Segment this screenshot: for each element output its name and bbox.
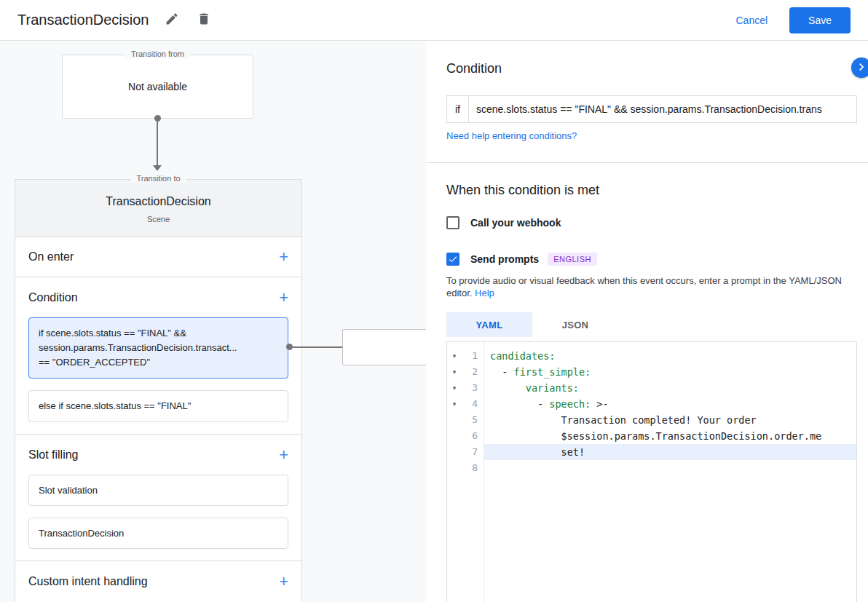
code-text: Transaction completed! Your order [484,412,856,428]
condition-editor-panel: Condition if Need help entering conditio… [426,41,868,602]
fold-spacer [447,412,462,428]
slot-item-list: Slot validationTransactionDecision [15,475,301,549]
line-number: 3 [462,380,484,396]
save-button[interactable]: Save [789,7,851,33]
code-line-4[interactable]: ▾4 - speech: >- [447,396,856,412]
if-label: if [446,95,468,123]
code-token-plain: >- [591,398,608,410]
header: TransactionDecision Cancel Save [0,0,868,41]
line-number: 1 [462,348,484,364]
code-token-plain: set! [490,446,585,458]
fold-spacer [447,428,462,444]
yaml-code-editor[interactable]: ▾1candidates:▾2 - first_simple:▾3 varian… [446,341,857,602]
code-line-8[interactable]: 8 [447,460,856,476]
condition-item-line: == "ORDER_ACCEPTED" [39,355,278,370]
code-line-3[interactable]: ▾3 variants: [447,380,856,396]
add-on-enter-button[interactable]: + [279,249,288,265]
transition-to-label: Transition to [130,174,186,183]
add-slot-filling-button[interactable]: + [279,447,288,463]
condition-label: Condition [28,291,78,304]
code-line-6[interactable]: 6 $session.params.TransactionDecision.or… [447,428,856,444]
code-token-key: candidates: [490,350,555,362]
line-number: 8 [462,460,484,476]
code-text: candidates: [484,348,856,364]
line-number: 7 [462,444,484,460]
connector-line-horizontal [291,346,342,348]
slot-item[interactable]: TransactionDecision [28,518,288,549]
delete-scene-button[interactable] [195,12,213,29]
slot-filling-label: Slot filling [28,448,78,462]
condition-help-link[interactable]: Need help entering conditions? [446,130,577,141]
title-group: TransactionDecision [17,12,213,29]
code-token-key: speech: [549,398,591,410]
transition-from-box: Transition from Not available [62,55,253,119]
code-token-key: variants: [526,382,579,394]
fold-spacer [447,444,462,460]
panel-divider [426,162,868,163]
code-token-plain: Transaction completed! Your order [490,414,757,426]
prompt-description-text: To provide audio or visual feedback when… [446,275,842,298]
send-prompts-row: Send prompts ENGLISH [446,253,597,266]
help-link[interactable]: Help [475,288,494,298]
fold-toggle-icon[interactable]: ▾ [447,348,462,364]
section-on-enter: On enter + [15,237,301,277]
webhook-checkbox[interactable] [446,216,459,229]
code-token-plain [490,382,526,394]
fold-toggle-icon[interactable]: ▾ [447,396,462,412]
send-prompts-checkbox[interactable] [446,253,459,266]
fold-toggle-icon[interactable]: ▾ [447,364,462,380]
section-condition: Condition + if scene.slots.status == "FI… [15,277,301,435]
scene-name: TransactionDecision [15,195,301,208]
tab-yaml[interactable]: YAML [446,312,532,337]
code-line-2[interactable]: ▾2 - first_simple: [447,364,856,380]
fold-spacer [447,460,462,476]
on-enter-label: On enter [28,250,74,264]
code-lines: ▾1candidates:▾2 - first_simple:▾3 varian… [447,342,856,476]
condition-item[interactable]: else if scene.slots.status == "FINAL" [28,390,288,422]
add-condition-button[interactable]: + [279,290,288,306]
prompt-description: To provide audio or visual feedback when… [446,274,848,299]
scene-type-label: Scene [15,215,301,223]
scene-card: Transition to TransactionDecision Scene … [15,179,302,602]
code-line-1[interactable]: ▾1candidates: [447,348,856,364]
condition-item-list: if scene.slots.status == "FINAL" &&sessi… [15,317,301,422]
condition-item-line: if scene.slots.status == "FINAL" && [39,326,278,341]
panel-title: Condition [446,61,502,76]
editor-tabs: YAMLJSON [446,312,618,337]
line-number: 2 [462,364,484,380]
send-prompts-label: Send prompts [470,253,539,265]
tab-json[interactable]: JSON [532,312,618,337]
page-title: TransactionDecision [17,12,149,28]
fold-toggle-icon[interactable]: ▾ [447,380,462,396]
transition-from-value: Not available [128,81,187,92]
when-condition-met-title: When this condition is met [446,183,599,198]
condition-input[interactable] [468,95,857,123]
next-scene-box[interactable] [342,329,426,365]
code-text: variants: [484,380,856,396]
connector-arrow-down-icon [153,165,162,171]
webhook-label: Call your webhook [470,217,561,229]
section-custom-intent: Custom intent handling + [15,561,301,601]
edit-title-button[interactable] [163,12,181,29]
code-text: - first_simple: [484,364,856,380]
scene-diagram-panel: Transition from Not available Transition… [0,41,426,602]
code-line-7[interactable]: 7 set! [447,444,856,460]
cancel-button[interactable]: Cancel [735,15,768,26]
collapse-panel-button[interactable] [851,58,868,78]
add-custom-intent-button[interactable]: + [279,574,288,590]
custom-intent-label: Custom intent handling [28,575,148,588]
code-text: $session.params.TransactionDecision.orde… [484,428,856,444]
section-slot-filling: Slot filling + Slot validationTransactio… [15,435,301,561]
condition-item-line: session.params.TransactionDecision.trans… [39,341,278,355]
trash-icon [197,17,211,28]
slot-item[interactable]: Slot validation [28,475,288,506]
scene-card-header: TransactionDecision Scene [15,180,301,237]
code-text: set! [484,444,856,460]
transition-from-label: Transition from [125,49,190,58]
pencil-icon [165,17,179,28]
condition-item-selected[interactable]: if scene.slots.status == "FINAL" &&sessi… [28,317,288,379]
code-line-5[interactable]: 5 Transaction completed! Your order [447,412,856,428]
line-number: 5 [462,412,484,428]
connector-line-vertical [157,119,158,165]
code-text [484,460,856,476]
